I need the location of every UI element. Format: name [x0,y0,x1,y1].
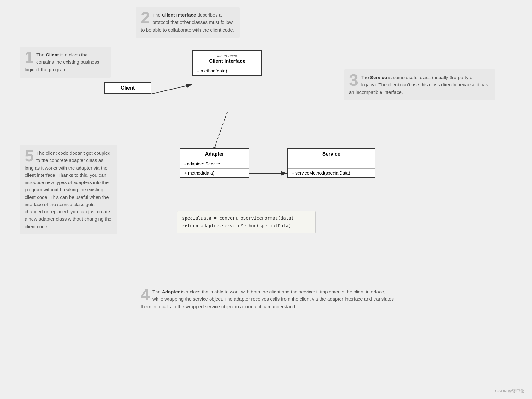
uml-service-title: Service [288,149,375,159]
uml-client-title: Client [105,83,151,93]
annotation-4: 4 The Adapter is a class that's able to … [136,284,401,315]
uml-adapter-title: Adapter [180,149,249,159]
uml-adapter-field: - adaptee: Service [180,159,249,169]
code-snippet: specialData = convertToServiceFormat(dat… [177,211,316,233]
code-line-2-text: adaptee.serviceMethod(specialData) [201,223,291,228]
code-line-2: return adaptee.serviceMethod(specialData… [182,222,310,230]
annotation-5-text: The client code doesn't get coupled to t… [25,150,111,229]
annotation-5-number: 5 [25,147,34,164]
uml-interface-method: + method(data) [193,66,261,75]
svg-line-2 [151,84,192,94]
uml-service-box: Service ... + serviceMethod(specialData) [287,148,375,178]
annotation-2-number: 2 [141,9,150,26]
code-keyword: return [182,223,198,228]
uml-adapter-box: Adapter - adaptee: Service + method(data… [180,148,249,178]
uml-service-field: ... [288,159,375,169]
uml-diagram: Client «interface» Client Interface + me… [104,50,388,246]
annotation-1-text: The Client is a class that contains the … [25,52,99,72]
annotation-4-text: The Adapter is a class that's able to wo… [141,289,394,309]
annotation-1-number: 1 [25,49,34,66]
watermark: CSDN @张甲俊 [495,388,524,394]
svg-line-3 [215,112,227,147]
code-line-1: specialData = convertToServiceFormat(dat… [182,215,310,222]
annotation-1: 1 The Client is a class that contains th… [20,47,111,78]
uml-service-method: + serviceMethod(specialData) [288,169,375,177]
annotation-4-number: 4 [141,286,150,303]
uml-interface-title: «interface» Client Interface [193,51,261,66]
annotation-2: 2 The Client Interface describes a proto… [136,7,240,38]
page: 1 The Client is a class that contains th… [0,0,532,399]
annotation-2-text: The Client Interface describes a protoco… [141,12,234,32]
uml-interface-box: «interface» Client Interface + method(da… [192,50,262,76]
annotation-5: 5 The client code doesn't get coupled to… [20,145,117,234]
uml-adapter-method: + method(data) [180,169,249,177]
uml-client-box: Client [104,82,151,94]
